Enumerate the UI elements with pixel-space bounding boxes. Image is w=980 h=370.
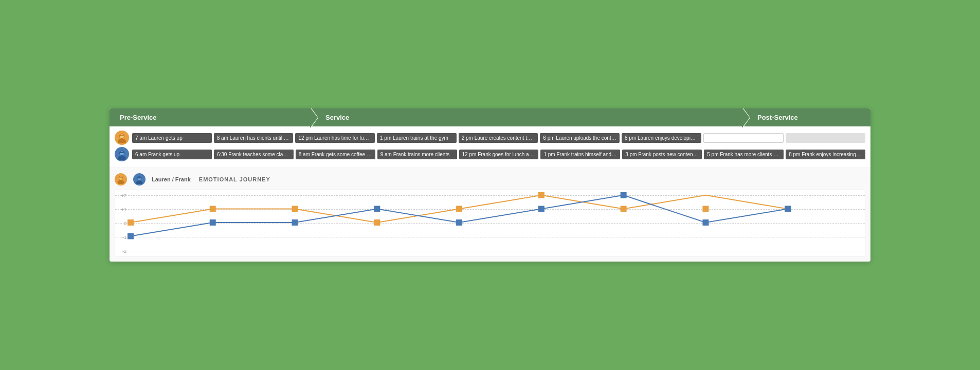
lauren-card-5: 6 pm Lauren uploads the content [540, 133, 620, 143]
svg-rect-15 [210, 206, 216, 212]
lauren-row: 7 am Lauren gets up 8 am Lauren has clie… [115, 131, 865, 145]
main-container: Pre-Service Service Post-Service [110, 108, 870, 262]
frank-card-6: 3 pm Frank posts new content onl [622, 150, 702, 159]
svg-rect-29 [621, 192, 627, 198]
svg-rect-25 [292, 219, 298, 226]
journey-lauren-avatar [115, 173, 127, 186]
svg-rect-30 [702, 219, 709, 226]
svg-rect-18 [456, 206, 462, 212]
svg-point-8 [117, 180, 124, 184]
frank-card-0: 6 am Frank gets up [132, 150, 212, 159]
lauren-card-3: 1 pm Lauren trains at the gym [377, 133, 457, 143]
pre-service-label: Pre-Service [120, 114, 157, 121]
lauren-card-7 [703, 133, 784, 143]
svg-point-4 [118, 156, 126, 160]
journey-names: Lauren / Frank [152, 176, 191, 182]
svg-point-11 [136, 180, 142, 184]
frank-timeline-cards: 6 am Frank gets up 6:30 Frank teaches so… [132, 150, 865, 159]
lauren-card-0: 7 am Lauren gets up [132, 133, 212, 143]
frank-card-5: 1 pm Frank trains himself and rec [540, 150, 620, 159]
svg-rect-24 [210, 219, 216, 226]
svg-rect-16 [292, 206, 298, 212]
lauren-card-8 [786, 133, 865, 143]
journey-title: EMOTIONAL JOURNEY [199, 176, 270, 182]
svg-rect-13 [138, 177, 141, 178]
frank-row: 6 am Frank gets up 6:30 Frank teaches so… [115, 147, 865, 161]
frank-card-1: 6:30 Frank teaches some classes [214, 150, 294, 159]
svg-rect-20 [621, 206, 627, 212]
frank-card-4: 12 pm Frank goes for lunch and cl [459, 150, 539, 159]
frank-card-7: 5 pm Frank has more clients onlin [704, 150, 784, 159]
frank-avatar [115, 147, 129, 161]
post-service-label: Post-Service [757, 114, 798, 121]
journey-header: Lauren / Frank EMOTIONAL JOURNEY [115, 173, 865, 186]
frank-card-8: 8 pm Frank enjoys increasing his i [786, 150, 865, 159]
frank-card-2: 8 am Frank gets some coffee and [296, 150, 375, 159]
svg-rect-17 [374, 219, 380, 226]
journey-frank-avatar [133, 173, 146, 186]
service-label: Service [325, 114, 349, 121]
journey-section: Lauren / Frank EMOTIONAL JOURNEY +2 +1 0… [110, 168, 870, 262]
svg-rect-28 [538, 206, 545, 212]
svg-point-1 [118, 139, 126, 143]
svg-rect-14 [128, 219, 134, 226]
svg-rect-27 [456, 219, 462, 226]
lauren-card-2: 12 pm Lauren has time for lunch [295, 133, 375, 143]
svg-rect-26 [374, 206, 380, 212]
svg-rect-6 [120, 152, 124, 153]
svg-rect-19 [538, 192, 545, 198]
emotional-journey-chart [115, 190, 865, 256]
lauren-avatar [115, 131, 129, 145]
phase-post-service: Post-Service [742, 108, 870, 126]
frank-card-3: 9 am Frank trains more clients [377, 150, 457, 159]
svg-rect-21 [702, 206, 709, 212]
lauren-card-6: 8 pm Lauren enjoys developing re [622, 133, 701, 143]
phase-pre-service: Pre-Service [110, 108, 310, 126]
phase-service: Service [310, 108, 742, 126]
svg-rect-23 [128, 233, 134, 239]
phase-header: Pre-Service Service Post-Service [110, 108, 870, 126]
lauren-card-1: 8 am Lauren has clients until 12 p [214, 133, 294, 143]
chart-area: +2 +1 0 -1 -2 [115, 190, 865, 256]
timeline-section: 7 am Lauren gets up 8 am Lauren has clie… [110, 126, 870, 168]
lauren-card-4: 2 pm Laure creates content to pr [459, 133, 538, 143]
svg-rect-31 [785, 206, 791, 212]
lauren-timeline-cards: 7 am Lauren gets up 8 am Lauren has clie… [132, 133, 865, 143]
